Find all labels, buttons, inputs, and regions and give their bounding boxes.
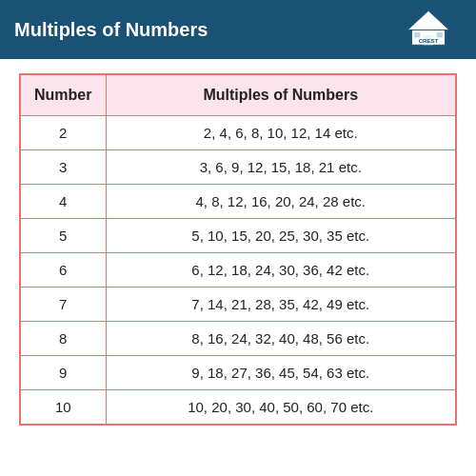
svg-rect-3 [414,32,420,37]
header: Multiples of Numbers Olympiads CREST [0,0,476,59]
table-row: 22, 4, 6, 8, 10, 12, 14 etc. [20,116,456,150]
cell-multiples: 2, 4, 6, 8, 10, 12, 14 etc. [106,116,456,150]
cell-multiples: 8, 16, 24, 32, 40, 48, 56 etc. [106,322,456,356]
logo-container: Olympiads CREST [395,6,462,53]
table-row: 88, 16, 24, 32, 40, 48, 56 etc. [20,322,456,356]
cell-number: 9 [20,356,106,390]
cell-multiples: 5, 10, 15, 20, 25, 30, 35 etc. [106,219,456,253]
cell-number: 10 [20,390,106,426]
cell-multiples: 3, 6, 9, 12, 15, 18, 21 etc. [106,150,456,185]
col-multiples-header: Multiples of Numbers [106,74,456,116]
cell-number: 4 [20,185,106,219]
cell-number: 8 [20,322,106,356]
cell-multiples: 9, 18, 27, 36, 45, 54, 63 etc. [106,356,456,390]
cell-multiples: 10, 20, 30, 40, 50, 60, 70 etc. [106,390,456,426]
cell-number: 7 [20,288,106,322]
table-row: 33, 6, 9, 12, 15, 18, 21 etc. [20,150,456,185]
table-row: 77, 14, 21, 28, 35, 42, 49 etc. [20,288,456,322]
svg-marker-0 [407,10,449,30]
cell-multiples: 6, 12, 18, 24, 30, 36, 42 etc. [106,253,456,288]
multiples-table: Number Multiples of Numbers 22, 4, 6, 8,… [19,73,457,426]
table-row: 1010, 20, 30, 40, 50, 60, 70 etc. [20,390,456,426]
svg-text:CREST: CREST [419,37,439,44]
table-row: 55, 10, 15, 20, 25, 30, 35 etc. [20,219,456,253]
svg-text:Olympiads: Olympiads [409,43,448,51]
table-row: 44, 8, 12, 16, 20, 24, 28 etc. [20,185,456,219]
svg-rect-4 [437,32,443,37]
cell-number: 2 [20,116,106,150]
crest-logo: Olympiads CREST [395,6,462,53]
page-title: Multiples of Numbers [14,19,208,41]
cell-multiples: 7, 14, 21, 28, 35, 42, 49 etc. [106,288,456,322]
table-wrapper: Number Multiples of Numbers 22, 4, 6, 8,… [0,59,476,440]
table-row: 99, 18, 27, 36, 45, 54, 63 etc. [20,356,456,390]
cell-multiples: 4, 8, 12, 16, 20, 24, 28 etc. [106,185,456,219]
cell-number: 6 [20,253,106,288]
cell-number: 3 [20,150,106,185]
table-header-row: Number Multiples of Numbers [20,74,456,116]
col-number-header: Number [20,74,106,116]
table-row: 66, 12, 18, 24, 30, 36, 42 etc. [20,253,456,288]
cell-number: 5 [20,219,106,253]
